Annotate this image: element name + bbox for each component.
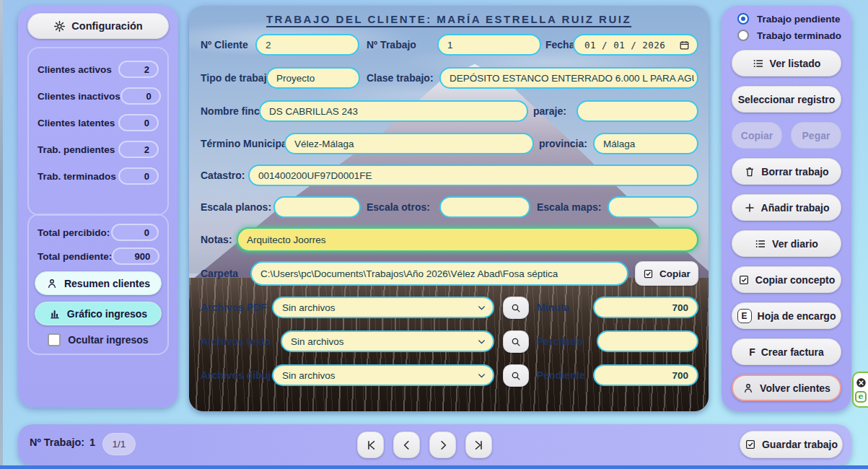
borrar-trabajo-label: Borrar trabajo bbox=[761, 166, 828, 177]
num-cliente-label: Nº Cliente bbox=[201, 34, 248, 56]
record-page-indicator: 1/1 bbox=[102, 433, 136, 455]
chevron-down-icon bbox=[477, 371, 486, 380]
escala-maps-label: Escala maps: bbox=[537, 196, 602, 218]
counter-value: 0 bbox=[118, 167, 159, 185]
checked-box-icon bbox=[643, 268, 654, 279]
anadir-trabajo-button[interactable]: Añadir trabajo bbox=[732, 194, 841, 221]
resumen-clientes-button[interactable]: Resumen clientes bbox=[35, 271, 162, 295]
counter-label: Trab. pendientes bbox=[38, 144, 115, 155]
chevron-down-icon bbox=[477, 337, 486, 346]
radio-trabajo-terminado[interactable]: Trabajo terminado bbox=[737, 30, 841, 41]
letter-e-icon: E bbox=[737, 309, 752, 323]
volver-clientes-label: Volver clientes bbox=[760, 382, 830, 394]
escala-planos-input[interactable] bbox=[273, 196, 361, 218]
borrar-trabajo-button[interactable]: Borrar trabajo bbox=[732, 158, 841, 185]
crear-factura-button[interactable]: F Crear factura bbox=[732, 338, 841, 365]
ocultar-ingresos-checkbox[interactable]: Ocultar ingresos bbox=[48, 333, 148, 346]
notas-input[interactable] bbox=[237, 227, 698, 252]
window-left-edge bbox=[0, 0, 3, 469]
num-cliente-input[interactable] bbox=[255, 34, 359, 56]
provincia-input[interactable] bbox=[593, 133, 698, 154]
left-sidebar: Configuración Clientes activos 2 Cliente… bbox=[18, 6, 178, 408]
grafico-ingresos-button[interactable]: Gráfico ingresos bbox=[35, 302, 162, 325]
escala-maps-input[interactable] bbox=[608, 196, 698, 218]
hoja-de-encargo-label: Hoja de encargo bbox=[758, 310, 836, 322]
resumen-clientes-label: Resumen clientes bbox=[64, 278, 150, 289]
previous-record-icon bbox=[400, 439, 413, 452]
tipo-trabajo-input[interactable] bbox=[266, 67, 360, 89]
termino-municipal-label: Término Municipal: bbox=[201, 133, 293, 154]
archivos-pdf-select[interactable]: Sin archivos bbox=[272, 297, 494, 318]
archivos-texto-select[interactable]: Sin archivos bbox=[281, 330, 494, 352]
counter-row: Clientes activos 2 bbox=[38, 61, 159, 78]
work-form-panel: TRABAJO DEL CLIENTE: MARÍA ESTRELLA RUIZ… bbox=[189, 6, 709, 411]
escala-otros-input[interactable] bbox=[439, 196, 530, 218]
fecha-label: Fecha bbox=[545, 34, 574, 56]
copiar-label: Copiar bbox=[741, 130, 773, 141]
pegar-button-disabled[interactable]: Pegar bbox=[791, 122, 841, 149]
letter-f-icon: F bbox=[749, 346, 755, 358]
last-record-button[interactable] bbox=[465, 431, 492, 458]
counter-value: 2 bbox=[118, 141, 159, 158]
counter-label: Trab. terminados bbox=[38, 171, 116, 182]
copiar-button-disabled[interactable]: Copiar bbox=[732, 122, 782, 149]
buscar-pdf-button[interactable] bbox=[503, 297, 529, 319]
clase-trabajo-input[interactable] bbox=[439, 67, 698, 89]
escala-planos-label: Escala planos: bbox=[201, 196, 271, 218]
calendar-icon[interactable] bbox=[679, 40, 690, 51]
antivirus-overlay-widget: e bbox=[852, 372, 868, 408]
num-trabajo-input[interactable] bbox=[437, 34, 541, 56]
plus-icon bbox=[744, 202, 755, 214]
nombre-finca-input[interactable] bbox=[259, 100, 528, 122]
paraje-input[interactable] bbox=[577, 100, 698, 122]
paraje-label: paraje: bbox=[533, 100, 566, 122]
buscar-texto-button[interactable] bbox=[503, 330, 529, 353]
ocultar-ingresos-label: Ocultar ingresos bbox=[68, 334, 148, 346]
previous-record-button[interactable] bbox=[393, 431, 420, 458]
num-trabajo-label: Nº Trabajo bbox=[367, 34, 416, 56]
carpeta-label: Carpeta bbox=[201, 261, 238, 286]
archivos-dibujo-select[interactable]: Sin archivos bbox=[272, 364, 494, 386]
configuracion-label: Configuración bbox=[71, 20, 142, 32]
bottom-num-trabajo-value: 1 bbox=[89, 437, 95, 448]
termino-municipal-input[interactable] bbox=[284, 133, 534, 154]
volver-clientes-button[interactable]: Volver clientes bbox=[732, 374, 841, 401]
carpeta-input[interactable] bbox=[250, 261, 628, 286]
catastro-input[interactable] bbox=[248, 165, 698, 186]
minuta-input[interactable] bbox=[593, 297, 698, 318]
copiar-carpeta-button[interactable]: Copiar bbox=[635, 261, 698, 286]
copiar-concepto-button[interactable]: Copiar concepto bbox=[732, 266, 841, 293]
guardar-trabajo-label: Guardar trabajo bbox=[762, 439, 838, 450]
notas-label: Notas: bbox=[201, 227, 232, 252]
hoja-de-encargo-button[interactable]: E Hoja de encargo bbox=[732, 302, 841, 329]
close-icon[interactable] bbox=[856, 377, 867, 388]
list-icon bbox=[755, 238, 766, 250]
guardar-trabajo-button[interactable]: Guardar trabajo bbox=[740, 431, 843, 458]
next-record-button[interactable] bbox=[429, 431, 456, 458]
archivos-dibujo-label: Archivos dibujo bbox=[201, 364, 277, 386]
seleccionar-registro-label: Seleccionar registro bbox=[738, 94, 836, 105]
seleccionar-registro-button[interactable]: Seleccionar registro bbox=[732, 86, 841, 113]
buscar-dibujo-button[interactable] bbox=[503, 364, 529, 387]
total-label: Total pendiente: bbox=[38, 251, 112, 262]
ver-listado-button[interactable]: Ver listado bbox=[732, 50, 841, 76]
radio-selected-icon bbox=[737, 13, 749, 25]
pendiente-input[interactable] bbox=[593, 364, 698, 386]
configuracion-button[interactable]: Configuración bbox=[27, 13, 169, 39]
first-record-button[interactable] bbox=[357, 431, 384, 458]
fecha-input[interactable]: 01 / 01 / 2026 bbox=[573, 34, 698, 56]
archivos-texto-value: Sin archivos bbox=[291, 336, 344, 347]
copiar-carpeta-label: Copiar bbox=[659, 268, 691, 279]
percibido-input[interactable] bbox=[597, 330, 698, 352]
chevron-down-icon bbox=[477, 303, 486, 312]
total-row: Total pendiente: 900 bbox=[36, 247, 160, 265]
ver-diario-button[interactable]: Ver diario bbox=[732, 230, 841, 257]
eset-icon[interactable]: e bbox=[855, 391, 867, 403]
checkbox-icon bbox=[48, 333, 61, 346]
radio-trabajo-pendiente[interactable]: Trabajo pendiente bbox=[737, 13, 841, 25]
work-state-radio-group: Trabajo pendiente Trabajo terminado bbox=[732, 13, 841, 41]
bar-chart-icon bbox=[49, 308, 61, 320]
search-icon bbox=[510, 370, 522, 382]
counter-row: Clientes inactivos 0 bbox=[38, 87, 159, 105]
counter-label: Clientes activos bbox=[38, 64, 112, 75]
